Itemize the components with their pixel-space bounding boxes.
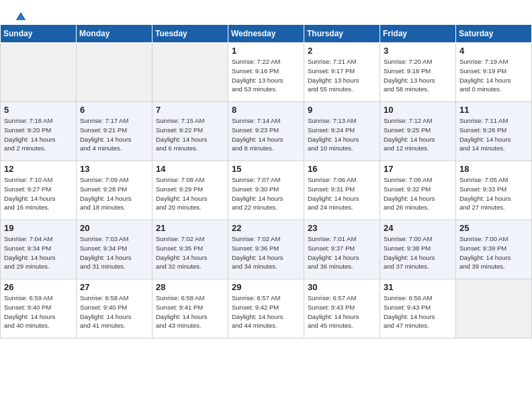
day-number: 4 [459,46,528,56]
day-info: Sunrise: 7:06 AM Sunset: 9:31 PM Dayligh… [308,175,376,212]
calendar-day-cell: 26Sunrise: 6:59 AM Sunset: 9:40 PM Dayli… [1,279,77,338]
calendar-day-cell: 7Sunrise: 7:15 AM Sunset: 9:22 PM Daylig… [152,102,228,161]
calendar-day-cell: 21Sunrise: 7:02 AM Sunset: 9:35 PM Dayli… [152,220,228,279]
calendar-day-cell: 30Sunrise: 6:57 AM Sunset: 9:43 PM Dayli… [304,279,380,338]
day-of-week-header: Sunday [1,25,77,43]
calendar-header-row: SundayMondayTuesdayWednesdayThursdayFrid… [1,25,532,43]
calendar-day-cell: 18Sunrise: 7:05 AM Sunset: 9:33 PM Dayli… [456,161,532,220]
day-number: 12 [4,164,73,174]
day-info: Sunrise: 7:03 AM Sunset: 9:34 PM Dayligh… [80,234,148,271]
calendar-day-cell: 13Sunrise: 7:09 AM Sunset: 9:28 PM Dayli… [77,161,152,220]
day-number: 8 [232,105,300,115]
day-number: 5 [4,105,73,115]
logo [13,11,27,19]
calendar-day-cell: 9Sunrise: 7:13 AM Sunset: 9:24 PM Daylig… [304,102,380,161]
day-number: 1 [232,46,300,56]
day-info: Sunrise: 6:56 AM Sunset: 9:43 PM Dayligh… [384,293,452,330]
day-number: 11 [459,105,528,115]
day-number: 27 [80,282,148,292]
day-info: Sunrise: 7:02 AM Sunset: 9:35 PM Dayligh… [156,234,224,271]
day-info: Sunrise: 6:57 AM Sunset: 9:43 PM Dayligh… [308,293,376,330]
calendar-day-cell: 11Sunrise: 7:11 AM Sunset: 9:26 PM Dayli… [456,102,532,161]
day-info: Sunrise: 7:10 AM Sunset: 9:27 PM Dayligh… [4,175,73,212]
calendar-week-row: 12Sunrise: 7:10 AM Sunset: 9:27 PM Dayli… [1,161,532,220]
calendar-day-cell [77,43,152,102]
day-number: 20 [80,223,148,233]
calendar-day-cell: 20Sunrise: 7:03 AM Sunset: 9:34 PM Dayli… [77,220,152,279]
day-number: 22 [232,223,300,233]
calendar-week-row: 19Sunrise: 7:04 AM Sunset: 9:34 PM Dayli… [1,220,532,279]
day-info: Sunrise: 7:22 AM Sunset: 9:16 PM Dayligh… [232,57,300,94]
day-of-week-header: Wednesday [228,25,304,43]
day-number: 16 [308,164,376,174]
day-info: Sunrise: 7:13 AM Sunset: 9:24 PM Dayligh… [308,116,376,153]
day-number: 24 [384,223,452,233]
calendar-day-cell: 29Sunrise: 6:57 AM Sunset: 9:42 PM Dayli… [228,279,304,338]
day-info: Sunrise: 7:00 AM Sunset: 9:38 PM Dayligh… [384,234,452,271]
calendar-day-cell: 8Sunrise: 7:14 AM Sunset: 9:23 PM Daylig… [228,102,304,161]
calendar-day-cell: 27Sunrise: 6:58 AM Sunset: 9:40 PM Dayli… [77,279,152,338]
calendar-day-cell: 22Sunrise: 7:02 AM Sunset: 9:36 PM Dayli… [228,220,304,279]
day-number: 29 [232,282,300,292]
calendar-day-cell: 24Sunrise: 7:00 AM Sunset: 9:38 PM Dayli… [380,220,456,279]
day-info: Sunrise: 6:58 AM Sunset: 9:41 PM Dayligh… [156,293,224,330]
day-info: Sunrise: 7:20 AM Sunset: 9:18 PM Dayligh… [384,57,452,94]
day-info: Sunrise: 7:14 AM Sunset: 9:23 PM Dayligh… [232,116,300,153]
day-info: Sunrise: 6:58 AM Sunset: 9:40 PM Dayligh… [80,293,148,330]
day-number: 6 [80,105,148,115]
day-info: Sunrise: 6:57 AM Sunset: 9:42 PM Dayligh… [232,293,300,330]
calendar-day-cell: 5Sunrise: 7:18 AM Sunset: 9:20 PM Daylig… [1,102,77,161]
day-of-week-header: Saturday [456,25,532,43]
day-number: 25 [459,223,528,233]
day-info: Sunrise: 6:59 AM Sunset: 9:40 PM Dayligh… [4,293,73,330]
day-info: Sunrise: 7:02 AM Sunset: 9:36 PM Dayligh… [232,234,300,271]
day-of-week-header: Monday [77,25,152,43]
calendar-day-cell: 12Sunrise: 7:10 AM Sunset: 9:27 PM Dayli… [1,161,77,220]
calendar-day-cell: 3Sunrise: 7:20 AM Sunset: 9:18 PM Daylig… [380,43,456,102]
logo-icon [15,11,27,23]
day-info: Sunrise: 7:11 AM Sunset: 9:26 PM Dayligh… [459,116,528,153]
page-header [0,0,532,24]
calendar-day-cell: 17Sunrise: 7:06 AM Sunset: 9:32 PM Dayli… [380,161,456,220]
day-number: 19 [4,223,73,233]
day-number: 3 [384,46,452,56]
day-info: Sunrise: 7:07 AM Sunset: 9:30 PM Dayligh… [232,175,300,212]
calendar-week-row: 1Sunrise: 7:22 AM Sunset: 9:16 PM Daylig… [1,43,532,102]
calendar-day-cell: 23Sunrise: 7:01 AM Sunset: 9:37 PM Dayli… [304,220,380,279]
calendar-day-cell: 1Sunrise: 7:22 AM Sunset: 9:16 PM Daylig… [228,43,304,102]
day-number: 18 [459,164,528,174]
day-info: Sunrise: 7:09 AM Sunset: 9:28 PM Dayligh… [80,175,148,212]
day-number: 30 [308,282,376,292]
day-info: Sunrise: 7:17 AM Sunset: 9:21 PM Dayligh… [80,116,148,153]
day-number: 17 [384,164,452,174]
day-number: 28 [156,282,224,292]
day-info: Sunrise: 7:18 AM Sunset: 9:20 PM Dayligh… [4,116,73,153]
calendar-week-row: 5Sunrise: 7:18 AM Sunset: 9:20 PM Daylig… [1,102,532,161]
calendar-day-cell: 4Sunrise: 7:19 AM Sunset: 9:19 PM Daylig… [456,43,532,102]
calendar-day-cell [456,279,532,338]
day-info: Sunrise: 7:12 AM Sunset: 9:25 PM Dayligh… [384,116,452,153]
calendar-day-cell: 31Sunrise: 6:56 AM Sunset: 9:43 PM Dayli… [380,279,456,338]
calendar-day-cell: 6Sunrise: 7:17 AM Sunset: 9:21 PM Daylig… [77,102,152,161]
day-number: 31 [384,282,452,292]
day-number: 23 [308,223,376,233]
day-number: 15 [232,164,300,174]
calendar-table: SundayMondayTuesdayWednesdayThursdayFrid… [0,24,532,338]
day-info: Sunrise: 7:15 AM Sunset: 9:22 PM Dayligh… [156,116,224,153]
day-number: 26 [4,282,73,292]
calendar-day-cell: 25Sunrise: 7:00 AM Sunset: 9:39 PM Dayli… [456,220,532,279]
calendar-day-cell: 16Sunrise: 7:06 AM Sunset: 9:31 PM Dayli… [304,161,380,220]
calendar-week-row: 26Sunrise: 6:59 AM Sunset: 9:40 PM Dayli… [1,279,532,338]
day-info: Sunrise: 7:04 AM Sunset: 9:34 PM Dayligh… [4,234,73,271]
calendar-day-cell: 14Sunrise: 7:08 AM Sunset: 9:29 PM Dayli… [152,161,228,220]
day-info: Sunrise: 7:05 AM Sunset: 9:33 PM Dayligh… [459,175,528,212]
calendar-day-cell: 10Sunrise: 7:12 AM Sunset: 9:25 PM Dayli… [380,102,456,161]
day-info: Sunrise: 7:08 AM Sunset: 9:29 PM Dayligh… [156,175,224,212]
day-of-week-header: Friday [380,25,456,43]
day-number: 2 [308,46,376,56]
day-number: 10 [384,105,452,115]
calendar-day-cell [1,43,77,102]
calendar-day-cell: 2Sunrise: 7:21 AM Sunset: 9:17 PM Daylig… [304,43,380,102]
day-number: 13 [80,164,148,174]
day-number: 7 [156,105,224,115]
